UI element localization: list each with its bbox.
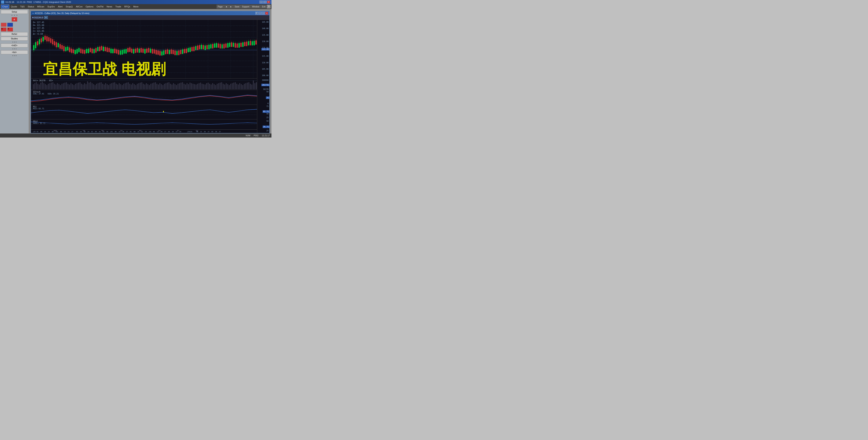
svg-rect-359	[184, 84, 185, 90]
svg-rect-397	[241, 84, 242, 89]
menu-trade[interactable]: Trade	[114, 4, 123, 9]
svg-text:17: 17	[219, 131, 221, 132]
print-icon[interactable]: 🖨	[11, 17, 17, 22]
next-button[interactable]: ►	[229, 5, 233, 8]
svg-text:23: 23	[48, 131, 50, 132]
prev-button[interactable]: ◄	[224, 5, 228, 8]
svg-rect-263	[39, 85, 40, 89]
close-button[interactable]: ✕	[267, 1, 270, 3]
menu-ordtkt[interactable]: OrdTkt	[95, 4, 105, 9]
menu-chart[interactable]: Chart	[1, 4, 9, 9]
menu-mscan[interactable]: MScan	[36, 4, 45, 9]
menu-more[interactable]: More	[132, 4, 140, 9]
studies-button[interactable]: Studies	[1, 37, 28, 41]
color-btn-blue-1[interactable]	[7, 23, 13, 27]
color-btn-red-2[interactable]: ✕	[1, 27, 7, 32]
svg-rect-285	[72, 84, 73, 89]
svg-rect-315	[117, 85, 118, 89]
menu-news[interactable]: News	[105, 4, 114, 9]
minimize-button[interactable]: ─	[259, 1, 263, 3]
svg-rect-367	[195, 85, 196, 89]
save-button[interactable]: Save	[234, 5, 241, 8]
page-button[interactable]: Page	[217, 5, 224, 8]
svg-text:30: 30	[52, 131, 54, 132]
window-button[interactable]: Window	[251, 5, 261, 8]
svg-rect-277	[60, 85, 61, 90]
chart-maximize-btn[interactable]: □	[262, 12, 265, 14]
svg-rect-268	[46, 85, 48, 90]
menu-quote[interactable]: Quote	[9, 4, 19, 9]
svg-text:13: 13	[64, 131, 66, 132]
menu-options[interactable]: Options	[84, 4, 95, 9]
hvol-chart	[31, 119, 257, 129]
svg-rect-347	[165, 83, 166, 90]
maximize-button[interactable]: □	[263, 1, 267, 3]
svg-rect-404	[251, 85, 252, 89]
chart-search-icon[interactable]: 🔍	[255, 12, 258, 14]
svg-rect-395	[238, 85, 239, 89]
y-sstoch-0: 0	[268, 102, 269, 104]
ohlc-delta: Δ= +3.60	[33, 33, 44, 35]
menu-snapq[interactable]: SnapQ	[64, 4, 74, 9]
svg-rect-267	[45, 84, 46, 89]
svg-rect-351	[172, 85, 173, 89]
svg-text:10: 10	[80, 131, 82, 132]
title-bar-left: 11:21:16 11:21:16 P002 174856 - CQG Inte…	[1, 1, 71, 3]
svg-rect-391	[232, 83, 233, 90]
dot-grid-1	[11, 15, 17, 16]
svg-text:23: 23	[102, 131, 104, 132]
rescl-button[interactable]: ReScl	[1, 32, 28, 36]
menu-supsrv[interactable]: SupSrv	[46, 4, 56, 9]
svg-rect-369	[199, 83, 200, 90]
y-vol-highlight: 261731	[261, 84, 269, 86]
exit-button[interactable]: Exit	[261, 5, 267, 8]
menu-allcon[interactable]: AllCon	[74, 4, 84, 9]
app-icon	[1, 1, 4, 3]
svg-text:30: 30	[106, 131, 108, 132]
svg-rect-402	[248, 82, 249, 89]
svg-text:20: 20	[122, 131, 124, 132]
svg-rect-333	[145, 85, 146, 89]
support-button[interactable]: Support	[241, 5, 251, 8]
help-button[interactable]: ?	[267, 5, 271, 8]
y-label-130: 130.00	[262, 40, 269, 42]
intd-button[interactable]: <IntD>	[1, 43, 28, 48]
svg-rect-393	[235, 82, 236, 89]
svg-rect-281	[66, 82, 67, 89]
svg-rect-290	[80, 82, 81, 89]
setup-button[interactable]: Setup	[1, 10, 28, 14]
svg-rect-335	[147, 84, 148, 89]
menu-rfqs[interactable]: RFQs	[123, 4, 132, 9]
color-btn-red-3[interactable]: ✕	[7, 27, 13, 32]
svg-rect-321	[126, 83, 127, 89]
color-btn-red-1[interactable]	[1, 23, 7, 27]
list-button[interactable]: <list>	[1, 50, 28, 54]
svg-rect-341	[156, 84, 157, 90]
svg-rect-276	[58, 84, 59, 89]
menu-ts[interactable]: T&S	[19, 4, 26, 9]
date-axis: |25 02 09 16 23 30 |02 06 13 21 27 2020	[31, 130, 257, 133]
svg-rect-370	[200, 83, 201, 89]
svg-rect-364	[191, 83, 192, 90]
title-bar-controls[interactable]: ─ □ ✕	[259, 1, 270, 3]
sstoch-chart	[31, 90, 257, 104]
hvol-panel: HVol HVOL= 35.71	[31, 119, 257, 129]
svg-rect-280	[65, 83, 66, 89]
chart-settings-btn[interactable]: ▼	[44, 16, 48, 19]
svg-text:09: 09	[40, 131, 42, 132]
chart-minimize-btn[interactable]: ─	[259, 12, 261, 14]
svg-rect-295	[87, 82, 88, 90]
chart-close-btn[interactable]: ✕	[265, 12, 268, 14]
svg-text:02: 02	[36, 131, 38, 132]
y-label-105: 105.00	[262, 68, 269, 70]
menu-alert[interactable]: Alert	[57, 4, 64, 9]
svg-text:10: 10	[215, 131, 217, 132]
svg-text:27: 27	[208, 131, 210, 132]
svg-rect-329	[138, 83, 140, 90]
svg-rect-371	[202, 84, 203, 90]
svg-rect-355	[178, 84, 179, 90]
svg-rect-260	[34, 83, 35, 90]
svg-rect-390	[230, 84, 231, 90]
menu-status[interactable]: Status	[26, 4, 35, 9]
y-axis-vol: 300000 261731 36378	[257, 78, 269, 90]
